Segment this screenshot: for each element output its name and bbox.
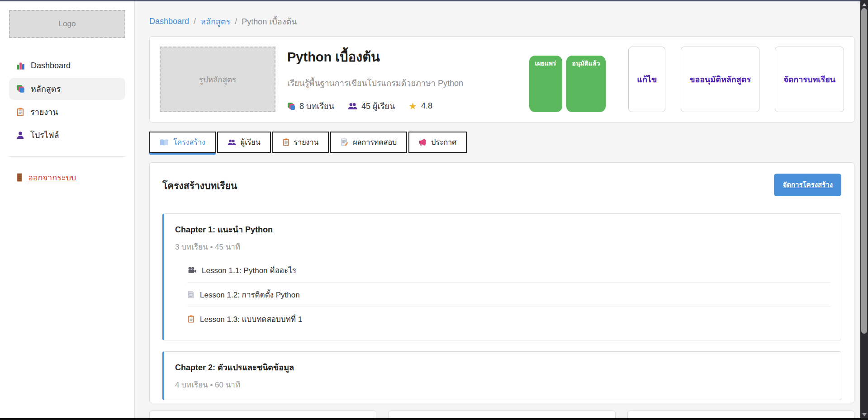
tab-announcements[interactable]: ประกาศ [408, 132, 467, 153]
bar-chart-icon [16, 61, 25, 70]
rating-value: 4.8 [421, 101, 432, 111]
video-camera-icon [188, 267, 196, 274]
users-icon [228, 139, 236, 146]
books-icon [16, 85, 25, 93]
open-book-icon [160, 139, 169, 146]
sidebar-divider [9, 156, 125, 157]
tab-structure[interactable]: โครงสร้าง [149, 132, 216, 153]
sidebar: Logo Dashboard หลักสูตร [0, 1, 135, 420]
logo-placeholder: Logo [9, 10, 125, 38]
breadcrumb-link-dashboard[interactable]: Dashboard [149, 17, 189, 26]
clipboard-icon [283, 138, 289, 146]
course-stats: 8 บทเรียน 45 ผู้เรียน ★ 4.8 [287, 99, 517, 113]
tab-reports[interactable]: รายงาน [272, 132, 329, 153]
tab-label: ผู้เรียน [241, 137, 261, 148]
sidebar-item-label: รายงาน [30, 105, 58, 118]
course-image-placeholder: รูปหลักสูตร [160, 47, 275, 112]
approved-badge: อนุมัติแล้ว [566, 56, 606, 112]
breadcrumb-current: Python เบื้องต้น [242, 15, 297, 28]
vertical-scrollbar[interactable] [860, 0, 868, 420]
sidebar-item-reports[interactable]: รายงาน [9, 101, 125, 123]
sidebar-item-courses[interactable]: หลักสูตร [9, 78, 125, 100]
memo-pencil-icon [341, 138, 348, 146]
student-count-label: 45 ผู้เรียน [361, 99, 395, 113]
door-logout-icon [16, 173, 23, 182]
sidebar-nav: Dashboard หลักสูตร รายงาน [0, 54, 134, 146]
course-image-label: รูปหลักสูตร [199, 73, 236, 85]
request-approval-link[interactable]: ขออนุมัติหลักสูตร [689, 73, 751, 86]
course-header-card: รูปหลักสูตร Python เบื้องต้น เรียนรู้พื้… [149, 36, 854, 123]
logout-button[interactable]: ออกจากระบบ [9, 167, 125, 188]
person-icon [16, 131, 24, 139]
published-badge: เผยแพร่ [529, 56, 562, 112]
breadcrumb-separator: / [235, 17, 237, 26]
structure-panel: โครงสร้างบทเรียน จัดการโครงสร้าง Chapter… [149, 162, 854, 403]
tab-label: ประกาศ [431, 137, 456, 148]
course-tabs: โครงสร้าง ผู้เรียน รายงาน [149, 132, 854, 153]
lesson-title: Lesson 1.2: การติดตั้ง Python [200, 288, 300, 301]
scroll-down-arrow-icon[interactable] [860, 411, 868, 418]
status-badges: เผยแพร่ อนุมัติแล้ว [529, 56, 606, 112]
logo-text: Logo [59, 19, 76, 28]
tab-test-results[interactable]: ผลการทดสอบ [330, 132, 407, 153]
chapter-title: Chapter 1: แนะนำ Python [175, 223, 830, 236]
breadcrumb-separator: / [194, 17, 196, 26]
sidebar-item-label: หลักสูตร [31, 82, 61, 95]
scroll-up-arrow-icon[interactable] [860, 1, 868, 8]
star-icon: ★ [408, 101, 417, 111]
app-window: Logo Dashboard หลักสูตร [0, 0, 868, 420]
users-icon [348, 102, 357, 110]
lesson-title: Lesson 1.3: แบบทดสอบบทที่ 1 [200, 313, 302, 325]
manage-lessons-button[interactable]: จัดการบทเรียน [775, 47, 844, 112]
megaphone-icon [419, 138, 427, 146]
lesson-count-label: 8 บทเรียน [299, 99, 334, 113]
tab-students[interactable]: ผู้เรียน [217, 132, 271, 153]
scrollbar-thumb[interactable] [861, 8, 867, 334]
lesson-row[interactable]: Lesson 1.3: แบบทดสอบบทที่ 1 [188, 307, 830, 331]
lesson-list: Lesson 1.1: Python คืออะไร Lesson 1.2: ก… [188, 258, 830, 331]
course-description: เรียนรู้พื้นฐานการเขียนโปรแกรมด้วยภาษา P… [287, 76, 517, 90]
manage-lessons-link[interactable]: จัดการบทเรียน [783, 73, 835, 86]
sidebar-item-profile[interactable]: โปรไฟล์ [9, 124, 125, 146]
manage-structure-button[interactable]: จัดการโครงสร้าง [774, 174, 841, 196]
sidebar-item-label: Dashboard [31, 61, 71, 71]
tab-label: รายงาน [294, 137, 319, 148]
edit-course-link[interactable]: แก้ไข [637, 73, 657, 86]
request-approval-button[interactable]: ขออนุมัติหลักสูตร [681, 47, 759, 112]
edit-course-button[interactable]: แก้ไข [628, 47, 665, 112]
document-icon [188, 291, 194, 298]
lesson-row[interactable]: Lesson 1.1: Python คืออะไร [188, 258, 830, 282]
lesson-row[interactable]: Lesson 1.2: การติดตั้ง Python [188, 282, 830, 307]
structure-heading: โครงสร้างบทเรียน [162, 178, 237, 193]
books-icon [287, 102, 295, 110]
chapter-meta: 4 บทเรียน • 60 นาที [175, 378, 830, 391]
sidebar-item-dashboard[interactable]: Dashboard [9, 55, 125, 77]
student-count-stat: 45 ผู้เรียน [348, 99, 395, 113]
lesson-title: Lesson 1.1: Python คืออะไร [202, 264, 296, 276]
chapter-card-2: Chapter 2: ตัวแปรและชนิดข้อมูล 4 บทเรียน… [162, 351, 841, 400]
tab-label: โครงสร้าง [173, 137, 205, 148]
main-content: Dashboard / หลักสูตร / Python เบื้องต้น … [135, 1, 868, 420]
rating-stat: ★ 4.8 [408, 101, 432, 111]
course-info: Python เบื้องต้น เรียนรู้พื้นฐานการเขียน… [287, 47, 517, 112]
chapter-meta: 3 บทเรียน • 45 นาที [175, 241, 830, 253]
chapter-card-1: Chapter 1: แนะนำ Python 3 บทเรียน • 45 น… [162, 213, 841, 340]
logout-label: ออกจากระบบ [28, 171, 76, 184]
lesson-count-stat: 8 บทเรียน [287, 99, 334, 113]
breadcrumb-link-courses[interactable]: หลักสูตร [200, 15, 230, 28]
course-title: Python เบื้องต้น [287, 47, 517, 67]
breadcrumb: Dashboard / หลักสูตร / Python เบื้องต้น [149, 15, 854, 28]
tab-label: ผลการทดสอบ [353, 137, 397, 148]
sidebar-item-label: โปรไฟล์ [30, 128, 59, 142]
chapter-title: Chapter 2: ตัวแปรและชนิดข้อมูล [175, 361, 830, 374]
window-bottom-border [0, 418, 868, 420]
clipboard-icon [16, 108, 24, 116]
clipboard-icon [188, 315, 194, 323]
